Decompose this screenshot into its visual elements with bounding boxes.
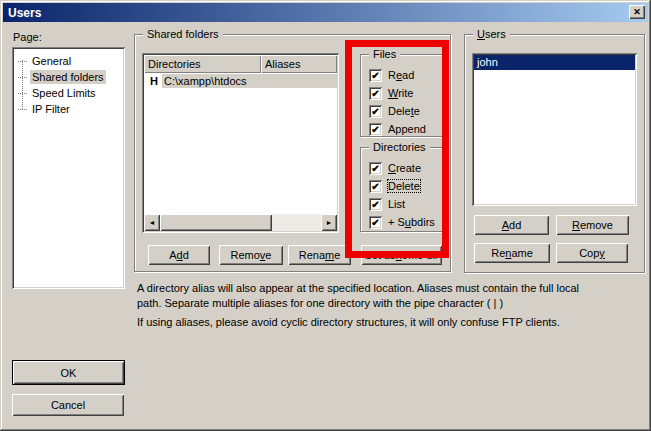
directories-list-header: Directories Aliases (144, 55, 337, 73)
page-item-general[interactable]: General (12, 53, 125, 69)
files-group-label: Files (369, 48, 400, 60)
page-item-label-selected: Shared folders (30, 70, 106, 84)
checkbox-label: Delete (388, 180, 420, 192)
rename-folder-button[interactable]: Rename (288, 245, 351, 265)
users-list: john (472, 53, 637, 206)
scrollbar-track[interactable] (272, 214, 321, 231)
checkbox-label: Write (388, 87, 413, 99)
scroll-left-icon[interactable]: ◄ (144, 214, 160, 231)
page-item-label: IP Filter (30, 102, 72, 116)
checkmark-icon[interactable]: ✔ (369, 180, 382, 193)
checkbox-label: Create (388, 162, 421, 174)
window-title: Users (8, 6, 41, 20)
shared-folders-group-label: Shared folders (143, 28, 223, 40)
checkmark-icon[interactable]: ✔ (369, 69, 382, 82)
remove-user-button[interactable]: Remove (556, 215, 629, 235)
page-item-label: Speed Limits (30, 86, 98, 100)
users-group-label: Users (473, 28, 510, 40)
rename-user-button[interactable]: Rename (474, 243, 550, 263)
directories-permissions-group: Directories ✔ Create ✔ Delete ✔ List ✔ +… (360, 147, 443, 232)
checkbox-list[interactable]: ✔ List (369, 195, 442, 213)
page-item-shared-folders[interactable]: Shared folders (12, 69, 125, 85)
checkmark-icon[interactable]: ✔ (369, 162, 382, 175)
checkbox-label: List (388, 198, 405, 210)
add-user-button[interactable]: Add (474, 215, 549, 235)
files-permissions-group: Files ✔ Read ✔ Write ✔ Delete ✔ Append (360, 54, 443, 137)
directory-path: C:\xampp\htdocs (162, 74, 337, 88)
checkbox-label: Delete (388, 105, 420, 117)
cancel-button[interactable]: Cancel (12, 394, 124, 416)
page-label: Page: (13, 31, 42, 43)
directory-row[interactable]: H C:\xampp\htdocs (144, 73, 337, 89)
set-as-home-dir-button[interactable]: Set as home dir (361, 245, 442, 265)
page-item-ip-filter[interactable]: IP Filter (12, 101, 125, 117)
add-folder-button[interactable]: Add (148, 245, 210, 265)
checkbox-delete-files[interactable]: ✔ Delete (369, 102, 442, 120)
checkmark-icon[interactable]: ✔ (369, 105, 382, 118)
checkbox-create[interactable]: ✔ Create (369, 159, 442, 177)
directories-list-body: H C:\xampp\htdocs (144, 73, 337, 214)
copy-user-button[interactable]: Copy (556, 243, 628, 263)
checkbox-delete-dirs[interactable]: ✔ Delete (369, 177, 442, 195)
checkmark-icon[interactable]: ✔ (369, 198, 382, 211)
column-header-directories[interactable]: Directories (144, 55, 261, 73)
info-line-2: path. Separate multiple aliases for one … (137, 296, 579, 311)
alias-info-text: A directory alias will also appear at th… (137, 281, 579, 311)
ok-button[interactable]: OK (12, 360, 125, 385)
page-item-label: General (30, 54, 73, 68)
home-dir-marker: H (146, 75, 162, 87)
checkbox-subdirs[interactable]: ✔ + Subdirs (369, 213, 442, 231)
checkbox-label: + Subdirs (388, 216, 435, 228)
scroll-right-icon[interactable]: ► (321, 214, 337, 231)
info-line-1: A directory alias will also appear at th… (137, 281, 579, 296)
checkbox-read[interactable]: ✔ Read (369, 66, 442, 84)
checkmark-icon[interactable]: ✔ (369, 87, 382, 100)
column-header-aliases[interactable]: Aliases (261, 55, 337, 73)
horizontal-scrollbar[interactable]: ◄ ► (144, 214, 337, 231)
page-tree: General Shared folders Speed Limits IP F… (12, 47, 125, 289)
checkbox-write[interactable]: ✔ Write (369, 84, 442, 102)
checkmark-icon[interactable]: ✔ (369, 216, 382, 229)
cyclic-warning-text: If using aliases, please avoid cyclic di… (137, 315, 560, 330)
directories-list: Directories Aliases H C:\xampp\htdocs ◄ … (142, 53, 339, 233)
user-row-john[interactable]: john (474, 55, 635, 70)
checkbox-label: Append (388, 123, 426, 135)
checkmark-icon[interactable]: ✔ (369, 123, 382, 136)
remove-folder-button[interactable]: Remove (219, 245, 283, 265)
scrollbar-thumb[interactable] (160, 214, 272, 231)
close-icon[interactable]: ✕ (629, 5, 645, 19)
checkbox-label: Read (388, 69, 414, 81)
directories-group-label: Directories (369, 141, 430, 153)
checkbox-append[interactable]: ✔ Append (369, 120, 442, 138)
page-item-speed-limits[interactable]: Speed Limits (12, 85, 125, 101)
title-bar[interactable]: Users ✕ (3, 3, 648, 22)
users-dialog: Users ✕ Page: General Shared folders Spe… (0, 0, 651, 431)
